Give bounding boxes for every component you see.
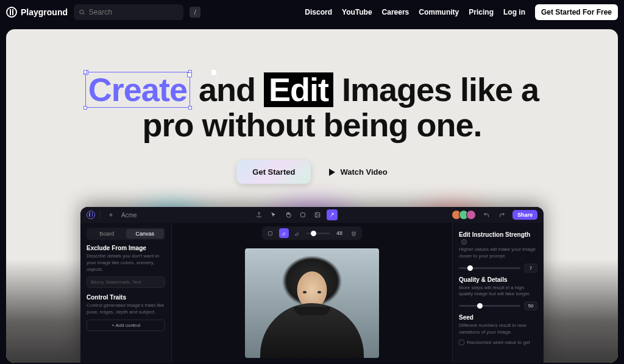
collaborator-avatars[interactable]: [454, 210, 476, 220]
strength-slider[interactable]: [459, 267, 520, 269]
hero: Create and Edit Images like a pro withou…: [6, 29, 618, 363]
app-center-tools: [254, 209, 338, 220]
hero-title: Create and Edit Images like a pro withou…: [6, 72, 618, 142]
left-tabs: Board Canvas: [87, 228, 165, 240]
image-icon[interactable]: [312, 209, 323, 220]
undo-icon[interactable]: [481, 209, 492, 220]
info-icon[interactable]: i: [461, 239, 467, 245]
svg-line-1: [83, 13, 84, 15]
brush-size-value: 48: [334, 230, 345, 236]
hero-rest-line1: Images like a: [333, 71, 539, 108]
get-started-free-button[interactable]: Get Started For Free: [535, 4, 618, 20]
svg-rect-5: [300, 213, 305, 217]
left-panel: Board Canvas Exclude From Image Describe…: [80, 223, 172, 363]
frame-icon[interactable]: [297, 209, 308, 220]
tab-canvas[interactable]: Canvas: [126, 229, 165, 239]
canvas[interactable]: 48: [172, 223, 452, 363]
brush-icon[interactable]: [279, 228, 289, 238]
svg-point-7: [316, 214, 317, 214]
strength-desc: Higher values will make your image close…: [459, 247, 537, 260]
nav-links: Discord YouTube Careers Community Pricin…: [305, 4, 618, 20]
control-title: Control Traits: [87, 294, 165, 301]
brand[interactable]: Playground: [6, 7, 68, 18]
search-box[interactable]: [74, 4, 183, 20]
app-logo-icon: [87, 211, 95, 219]
quality-desc: More steps will result in a high quality…: [459, 285, 537, 298]
right-panel: Edit Instruction Strengthi Higher values…: [452, 223, 544, 363]
hand-icon[interactable]: [283, 209, 294, 220]
seed-title: Seed: [459, 314, 537, 321]
nav-link-login[interactable]: Log in: [503, 8, 525, 16]
svg-point-0: [80, 10, 83, 13]
app-preview: Acme Share: [80, 207, 544, 363]
exclude-input[interactable]: Blurry, Watermark, Text: [87, 276, 165, 288]
exclude-title: Exclude From Image: [87, 245, 165, 251]
search-shortcut: /: [190, 7, 200, 18]
brand-name: Playground: [21, 7, 68, 17]
export-icon[interactable]: [254, 209, 264, 220]
hero-word-create: Create: [85, 72, 190, 108]
nav-link-pricing[interactable]: Pricing: [469, 8, 494, 16]
avatar: [466, 210, 476, 220]
hero-watch-video-button[interactable]: Watch Video: [329, 167, 387, 177]
redo-icon[interactable]: [497, 209, 508, 220]
strength-title: Edit Instruction Strengthi: [459, 231, 537, 245]
generated-image[interactable]: [245, 248, 379, 358]
tab-board[interactable]: Board: [88, 229, 126, 239]
brush-minus-icon[interactable]: [266, 228, 275, 238]
brush-size-slider[interactable]: [306, 233, 330, 234]
checkbox-icon[interactable]: [459, 340, 464, 345]
search-input[interactable]: [89, 8, 179, 16]
nav-link-community[interactable]: Community: [419, 8, 459, 16]
quality-title: Quality & Details: [459, 276, 537, 283]
quality-value[interactable]: 50: [524, 301, 537, 310]
hero-word-and: and: [190, 71, 264, 108]
exclude-desc: Describe details you don't want in your …: [87, 253, 165, 273]
playground-logo-icon: [6, 7, 17, 18]
hero-get-started-button[interactable]: Get Started: [236, 160, 311, 184]
quality-slider[interactable]: [459, 305, 520, 307]
add-control-button[interactable]: + Add control: [87, 320, 165, 331]
watch-video-label: Watch Video: [340, 167, 387, 177]
app-topbar: Acme Share: [80, 207, 544, 223]
hero-word-edit: Edit: [264, 72, 333, 107]
strength-value[interactable]: 7: [524, 264, 537, 273]
control-desc: Control generated image's traits like po…: [87, 303, 165, 316]
add-icon[interactable]: [105, 209, 116, 220]
svg-rect-8: [269, 231, 272, 235]
top-nav: Playground / Discord YouTube Careers Com…: [0, 0, 624, 24]
breadcrumb[interactable]: Acme: [121, 212, 137, 219]
canvas-toolbar: 48: [262, 226, 362, 240]
nav-link-discord[interactable]: Discord: [305, 8, 332, 16]
nav-link-careers[interactable]: Careers: [382, 8, 410, 16]
randomize-row[interactable]: Randomize seed value to get: [459, 340, 537, 346]
play-icon: [329, 169, 335, 176]
search-icon: [79, 9, 85, 16]
magic-wand-icon[interactable]: [327, 209, 338, 220]
nav-link-youtube[interactable]: YouTube: [342, 8, 372, 16]
share-button[interactable]: Share: [512, 210, 537, 220]
seed-desc: Different numbers result in new variatio…: [459, 323, 537, 336]
eraser-icon[interactable]: [292, 228, 302, 238]
cursor-icon[interactable]: [268, 209, 279, 220]
hero-line2: pro without being one.: [143, 107, 482, 143]
trash-icon[interactable]: [349, 228, 358, 238]
